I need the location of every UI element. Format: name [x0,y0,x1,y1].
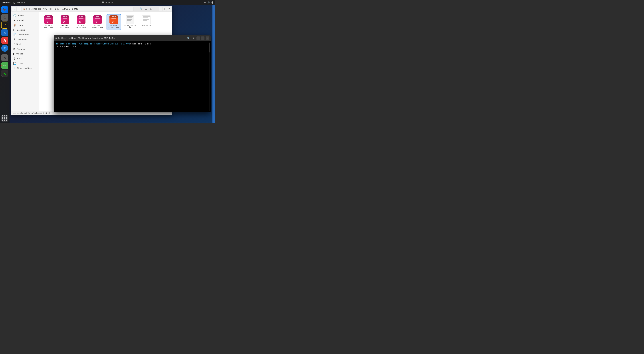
fm-titlebar: ‹ › 🏠 Home / Desktop / New Folder / Linu… [11,6,172,12]
forward-button[interactable]: › [17,7,21,11]
breadcrumb-sep2: / [42,8,42,10]
recent-icon: 🕐 [13,14,16,17]
sidebar-item-other-locations[interactable]: + Other Locations [12,66,38,71]
documents-icon: 📄 [13,33,16,36]
file-ast-drm-linux54[interactable]: ■■■ e ast-drm-linux5.4.deb [74,15,88,30]
videos-icon: ▶ [13,52,15,55]
file-ast-drm-deb12[interactable]: ■■■ e ast-drm-deb12.deb [58,15,72,30]
add-icon: + [13,67,15,70]
downloads-icon: ⬇ [13,38,15,41]
desktop-icon: □ [13,29,16,31]
term-search-button[interactable]: 🔍 [187,36,191,40]
deb-icon-2: ■■■ e [60,15,69,24]
term-maximize-button[interactable]: □ [201,37,204,40]
topbar-app: □ Terminal [14,2,24,4]
term-title-text: test@test-desktop: ~/Desktop/New Folder/… [58,37,186,39]
trash-icon: 🗑 [13,57,16,60]
deb-icon-4: ■■■ e [93,15,102,24]
dock-item-rhythmbox[interactable]: ♪ [1,22,8,29]
sidebar-item-documents[interactable]: 📄 Documents [12,32,38,37]
right-panel [212,5,215,123]
term-continuation: -drm-linux6.2.deb [56,46,208,48]
sidebar-item-desktop[interactable]: □ Desktop [12,28,38,32]
file-dkms-conf[interactable]: dkms_deb.conf [123,15,137,30]
activities-button[interactable]: Activities [2,2,11,4]
dock-item-usb[interactable]: ⎋ [1,54,8,61]
term-prompt-line: test@test-desktop :~/Desktop/New Folder/… [56,43,208,46]
sidebar-item-videos[interactable]: ▶ Videos [12,51,38,56]
breadcrumb[interactable]: 🏠 Home / Desktop / New Folder / Linux_..… [22,7,134,11]
topbar-right: ⊞ 🔊 ⏻ [204,2,214,4]
power-icon[interactable]: ⏻ [212,2,214,4]
menu-dots-button[interactable]: ⋮ [134,7,138,11]
breadcrumb-home-icon: 🏠 [23,8,26,10]
deb-icon-3: ■■■ e [77,15,86,24]
statusbar-text: "ast-drm-linux6.2.deb" selected (31.2 kB… [12,112,51,114]
list-view-button[interactable]: ☰ [144,7,148,11]
term-menu-button[interactable]: ≡ [192,36,196,40]
starred-icon: ★ [13,19,15,22]
dock-item-terminal[interactable]: >_ [1,70,8,77]
deb-icon-1: ■■■ e [44,15,53,24]
dock-item-editor[interactable]: ✏ [1,62,8,69]
term-close-button[interactable]: ✕ [206,37,209,40]
minimize-button[interactable]: — [159,7,162,11]
dock-item-help[interactable]: ? [1,45,8,52]
breadcrumb-sep4: / [71,8,71,10]
file-ast-drm-linux62[interactable]: ■■■ e ast-drm-linux6.2.deb [107,15,121,30]
view-options-button[interactable]: ⌄ [154,7,158,11]
storage-icon: 💾 [13,62,16,65]
speaker-icon[interactable]: 🔊 [208,2,210,4]
term-user: test@test-desktop [56,43,76,46]
term-scrollbar-thumb[interactable] [209,43,210,53]
search-button[interactable]: 🔍 [139,7,143,11]
file-ast-drm-deb11[interactable]: ■■■ e ast-drm-deb11.deb [42,15,56,30]
fm-titlebar-actions: ⋮ 🔍 ☰ ⊞ ⌄ — □ ✕ [134,7,171,11]
breadcrumb-sep1: / [32,8,33,10]
sidebar-item-home[interactable]: 🏠 Home [12,23,38,28]
sidebar-item-pictures[interactable]: 🖼 Pictures [12,47,38,51]
term-path: :~/Desktop/New Folder/Linux_DRM_1.14.3_3… [76,43,130,46]
txt-icon [142,15,151,24]
file-readme-txt[interactable]: readme.txt [140,15,153,30]
terminal-app-icon: ▣ [55,37,57,39]
show-apps-button[interactable] [1,115,8,122]
dock-item-appstore[interactable]: A [1,37,8,44]
desktop: Activities □ Terminal 四 24 17:30 ⊞ 🔊 ⏻ 🦅… [0,0,215,123]
breadcrumb-sep3: / [54,8,54,10]
back-button[interactable]: ‹ [12,7,16,11]
close-button[interactable]: ✕ [167,7,171,11]
sidebar-item-music[interactable]: ♪ Music [12,42,38,47]
sidebar-item-trash[interactable]: 🗑 Trash [12,56,38,61]
term-minimize-button[interactable]: — [196,37,200,40]
sidebar-item-starred[interactable]: ★ Starred [12,18,38,23]
grid-icon[interactable]: ⊞ [204,2,206,4]
topbar-datetime: 四 24 17:30 [102,1,113,4]
dock-item-writer[interactable]: ✍ [1,29,8,36]
sidebar-item-downloads[interactable]: ⬇ Downloads [12,37,38,42]
terminal-icon-small: □ [14,2,15,4]
view-toggle-button[interactable]: ⊞ [149,7,153,11]
dock-item-thunderbird[interactable]: 🦅 [1,6,8,13]
sidebar-item-recent[interactable]: 🕐 Recent [12,13,38,18]
topbar-left: Activities □ Terminal [2,2,25,4]
term-titlebar: ▣ test@test-desktop: ~/Desktop/New Folde… [54,35,210,41]
fm-sidebar: 🕐 Recent ★ Starred 🏠 Home □ Desktop 📄 [11,12,39,111]
term-scrollbar[interactable] [209,43,210,111]
terminal-window: ▣ test@test-desktop: ~/Desktop/New Folde… [54,35,210,112]
music-icon: ♪ [13,43,15,46]
deb-icon-5-selected: ■■■ e [110,15,118,24]
sidebar-item-16gb[interactable]: 💾 16GB [12,61,38,66]
term-dollar: $ [130,43,132,46]
term-command: sudo dpkg -i ast [132,43,151,46]
dock: 🦅 🗂 ♪ ✍ A ? ⎋ ✏ >_ [0,5,10,123]
dock-item-files[interactable]: 🗂 [1,14,8,21]
topbar: Activities □ Terminal 四 24 17:30 ⊞ 🔊 ⏻ [0,0,215,5]
maximize-button[interactable]: □ [163,7,167,11]
term-body[interactable]: test@test-desktop :~/Desktop/New Folder/… [54,41,210,112]
pictures-icon: 🖼 [13,48,16,51]
home-icon: 🏠 [13,24,16,27]
file-ast-drm-linux515[interactable]: ■■■ e ast-drm-linux5.15.deb [90,15,104,30]
conf-icon [126,15,134,24]
